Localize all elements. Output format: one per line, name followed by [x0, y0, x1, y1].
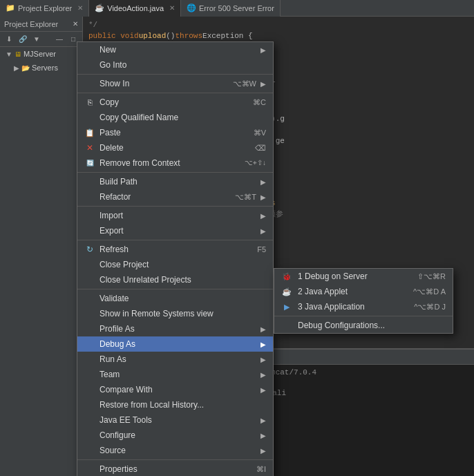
menu-item-import[interactable]: Import ▶: [77, 208, 273, 223]
menu-item-source[interactable]: Source ▶: [77, 443, 273, 458]
close-panel-icon[interactable]: ✕: [73, 20, 78, 28]
tree-label: MJServer: [23, 50, 56, 58]
arrow-profile-as: ▶: [260, 325, 266, 333]
java-applet-icon: ☕: [281, 286, 292, 297]
menu-item-copy-qualified[interactable]: Copy Qualified Name: [77, 110, 273, 125]
menu-item-refresh[interactable]: ↻ Refresh F5: [77, 242, 273, 257]
menu-item-paste[interactable]: 📋 Paste ⌘V: [77, 125, 273, 140]
shortcut-properties: ⌘I: [256, 465, 266, 474]
arrow-export: ▶: [260, 227, 266, 235]
menu-item-go-into[interactable]: Go Into: [77, 57, 273, 73]
tab-error-500[interactable]: 🌐 Error 500 Server Error: [181, 0, 281, 17]
menu-item-delete[interactable]: ✕ Delete ⌫: [77, 140, 273, 155]
server-icon: 🖥: [15, 50, 21, 58]
submenu-label-debug-server: 1 Debug on Server: [298, 272, 368, 281]
menu-item-build-path[interactable]: Build Path ▶: [77, 174, 273, 189]
menu-item-debug-as[interactable]: Debug As ▶: [77, 336, 273, 352]
minimize-button[interactable]: —: [53, 33, 66, 46]
submenu-item-debug-server[interactable]: 🐞 1 Debug on Server ⇧⌥⌘R: [274, 269, 453, 284]
menu-label-close-project: Close Project: [99, 260, 266, 269]
menu-item-profile-as[interactable]: Profile As ▶: [77, 321, 273, 336]
menu-label-close-unrelated: Close Unrelated Projects: [99, 275, 266, 285]
tab-project-explorer[interactable]: 📁 Project Explorer ✕: [0, 0, 89, 17]
refactor-icon: [84, 191, 95, 202]
separator-2: [77, 93, 273, 93]
tab-label-project-explorer: Project Explorer: [18, 4, 72, 12]
profile-as-icon: [84, 323, 95, 334]
link-editor-button[interactable]: 🔗: [17, 33, 29, 46]
submenu-item-java-applet[interactable]: ☕ 2 Java Applet ^⌥⌘D A: [274, 284, 453, 299]
menu-item-run-as[interactable]: Run As ▶: [77, 352, 273, 367]
menu-item-new[interactable]: New ▶: [77, 42, 273, 57]
menu-item-restore-history[interactable]: Restore from Local History...: [77, 397, 273, 412]
debug-as-icon: [84, 339, 95, 350]
shortcut-java-applet: ^⌥⌘D A: [413, 287, 446, 296]
separator-1: [77, 74, 273, 75]
menu-item-close-project[interactable]: Close Project: [77, 257, 273, 272]
servers-icon: 📂: [21, 64, 30, 72]
submenu-separator: [274, 316, 453, 316]
menu-label-profile-as: Profile As: [99, 324, 256, 334]
menu-label-configure: Configure: [99, 430, 256, 440]
menu-label-validate: Validate: [99, 294, 266, 303]
compare-with-icon: [84, 384, 95, 395]
debug-as-submenu: 🐞 1 Debug on Server ⇧⌥⌘R ☕ 2 Java Applet…: [274, 268, 453, 334]
tab-label-error-500: Error 500 Server Error: [199, 4, 274, 12]
web-icon: 🌐: [187, 3, 196, 12]
shortcut-show-in: ⌥⌘W: [233, 79, 256, 88]
menu-item-validate[interactable]: Validate: [77, 291, 273, 306]
java-ee-tools-icon: [84, 415, 95, 426]
source-icon: [84, 445, 95, 456]
menu-label-refactor: Refactor: [99, 192, 231, 202]
tree-item-servers[interactable]: ▶ 📂 Servers: [0, 61, 82, 75]
collapse-icon: ▶: [14, 64, 19, 72]
shortcut-delete: ⌫: [255, 144, 266, 153]
menu-item-export[interactable]: Export ▶: [77, 223, 273, 238]
menu-item-refactor[interactable]: Refactor ⌥⌘T ▶: [77, 189, 273, 204]
menu-item-show-remote[interactable]: Show in Remote Systems view: [77, 306, 273, 321]
menu-label-delete: Delete: [99, 143, 251, 153]
separator-3: [77, 172, 273, 173]
run-as-icon: [84, 354, 95, 365]
show-remote-icon: [84, 308, 95, 319]
menu-item-compare-with[interactable]: Compare With ▶: [77, 382, 273, 397]
menu-item-configure[interactable]: Configure ▶: [77, 428, 273, 443]
refresh-icon: ↻: [84, 244, 95, 255]
tab-video-action[interactable]: ☕ VideoAction.java ✕: [89, 0, 181, 17]
menu-item-java-ee-tools[interactable]: Java EE Tools ▶: [77, 412, 273, 428]
submenu-label-java-applet: 2 Java Applet: [298, 287, 348, 296]
tab-close-active-icon[interactable]: ✕: [169, 4, 175, 12]
arrow-java-ee-tools: ▶: [260, 417, 266, 424]
tree-item-mjserver[interactable]: ▼ 🖥 MJServer: [0, 47, 82, 61]
menu-label-java-ee-tools: Java EE Tools: [99, 415, 256, 425]
build-path-icon: [84, 176, 95, 187]
menu-item-properties[interactable]: Properties ⌘I: [77, 461, 273, 476]
submenu-item-java-app[interactable]: ▶ 3 Java Application ^⌥⌘D J: [274, 299, 453, 314]
close-unrelated-icon: [84, 274, 95, 285]
menu-label-remove-context: Remove from Context: [99, 158, 240, 168]
menu-label-copy-qualified: Copy Qualified Name: [99, 113, 266, 122]
view-menu-button[interactable]: ▼: [30, 33, 43, 46]
menu-label-debug-as: Debug As: [99, 339, 256, 349]
tab-close-icon[interactable]: ✕: [77, 4, 83, 12]
configure-icon: [84, 430, 95, 441]
arrow-build-path: ▶: [260, 178, 266, 186]
submenu-label-debug-configs: Debug Configurations...: [298, 321, 385, 330]
menu-item-close-unrelated[interactable]: Close Unrelated Projects: [77, 272, 273, 287]
menu-label-refresh: Refresh: [99, 245, 253, 254]
collapse-all-button[interactable]: ⬇: [3, 33, 15, 46]
submenu-item-debug-configs[interactable]: Debug Configurations...: [274, 318, 453, 333]
menu-label-build-path: Build Path: [99, 177, 256, 187]
properties-icon: [84, 464, 95, 475]
menu-label-restore-history: Restore from Local History...: [99, 400, 266, 410]
menu-label-show-remote: Show in Remote Systems view: [99, 309, 266, 318]
menu-label-team: Team: [99, 370, 256, 379]
menu-item-team[interactable]: Team ▶: [77, 367, 273, 382]
shortcut-java-app: ^⌥⌘D J: [414, 303, 446, 312]
arrow-configure: ▶: [260, 432, 266, 439]
code-line-1: */: [88, 19, 468, 30]
menu-item-copy[interactable]: ⎘ Copy ⌘C: [77, 95, 273, 110]
panel-toolbar: ⬇ 🔗 ▼ — □: [0, 32, 82, 47]
menu-item-show-in[interactable]: Show In ⌥⌘W ▶: [77, 76, 273, 91]
menu-item-remove-context[interactable]: 🔄 Remove from Context ⌥⌖⇧↓: [77, 155, 273, 171]
